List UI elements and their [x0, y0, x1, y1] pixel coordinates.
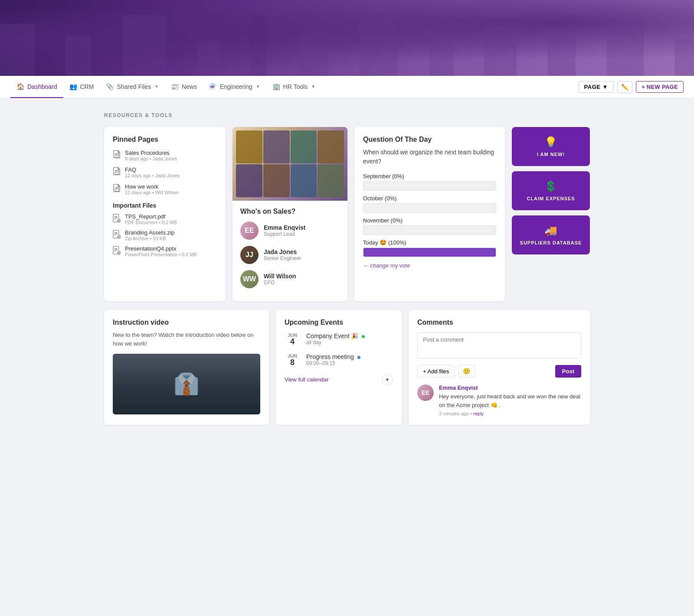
- poll-bar-bg-3: [363, 248, 496, 257]
- event-1-day: 8: [285, 359, 300, 367]
- file-item-1-name: Branding Assets.zip: [125, 229, 174, 236]
- nav-item-shared-files[interactable]: 📎 Shared Files ▼: [100, 76, 165, 98]
- file-item-1-info: Branding Assets.zip Zip Archive • 53 KB: [125, 229, 174, 241]
- poll-bar-bg-1: [363, 203, 496, 213]
- grid-row-1: Pinned Pages Sales Procedures 8 days ago…: [104, 127, 590, 301]
- person-will-role: CFO: [264, 280, 296, 286]
- pinned-item-1[interactable]: FAQ 12 days ago • Jada Jones: [113, 166, 217, 178]
- poll-label-0: September (0%): [363, 173, 496, 179]
- nav-label-shared-files: Shared Files: [117, 83, 151, 90]
- file-item-2[interactable]: PresentationQ4.pptx PowerPoint Presentat…: [113, 245, 217, 257]
- comment-0-author[interactable]: Emma Enqvist: [439, 385, 581, 391]
- pinned-item-2[interactable]: How we work 12 days ago • Will Wilson: [113, 183, 217, 195]
- shared-files-icon: 📎: [106, 83, 114, 91]
- comments-card: Comments + Add files 🙂 Post EE Emma Enqv…: [409, 310, 590, 425]
- video-overlay: [113, 354, 260, 414]
- person-emma-info: Emma Enqvist Support Lead: [264, 224, 305, 237]
- lightbulb-icon: 💡: [544, 136, 557, 148]
- whos-on-sales-card: Who's on Sales? EE Emma Enqvist Support …: [232, 127, 347, 301]
- person-jada[interactable]: JJ Jada Jones Senior Engineer: [240, 246, 340, 264]
- suppliers-database-card[interactable]: 🚚 SUPPLIERS DATABASE: [512, 215, 590, 254]
- poll-label-3: Today 🤩 (100%): [363, 239, 496, 246]
- event-1-month: JUN: [285, 353, 300, 359]
- poll-option-2[interactable]: November (0%): [363, 217, 496, 235]
- edit-button[interactable]: ✏️: [617, 81, 632, 93]
- pinned-item-2-meta: 12 days ago • Will Wilson: [125, 190, 179, 195]
- person-jada-name: Jada Jones: [264, 248, 301, 255]
- add-files-button[interactable]: + Add files: [417, 365, 455, 378]
- person-jada-info: Jada Jones Senior Engineer: [264, 248, 301, 261]
- pinned-pages-card: Pinned Pages Sales Procedures 8 days ago…: [104, 127, 226, 301]
- file-item-0[interactable]: TPS_Report.pdf PDF Document • 0.2 MB: [113, 213, 217, 225]
- page-button[interactable]: PAGE ▼: [579, 81, 614, 93]
- person-will-name: Will Wilson: [264, 273, 296, 280]
- file-icon: [113, 150, 121, 160]
- whos-on-sales-body: Who's on Sales? EE Emma Enqvist Support …: [232, 201, 347, 301]
- post-button[interactable]: Post: [555, 365, 581, 378]
- nav-item-engineering[interactable]: ⚗️ Engineering ▼: [203, 76, 266, 98]
- nav-item-dashboard[interactable]: 🏠 Dashboard: [10, 76, 63, 98]
- news-icon: 📰: [171, 83, 179, 91]
- zip-icon: [113, 230, 121, 239]
- comment-input[interactable]: [417, 332, 581, 359]
- poll-label-1: October (0%): [363, 195, 496, 202]
- person-will[interactable]: WW Will Wilson CFO: [240, 270, 340, 288]
- calendar-chevron-button[interactable]: ▼: [382, 374, 393, 385]
- change-vote-link[interactable]: ← change my vote: [363, 262, 496, 269]
- person-emma-role: Support Lead: [264, 231, 305, 237]
- view-calendar-row: View full calendar ▼: [285, 374, 393, 385]
- nav-item-news[interactable]: 📰 News: [165, 76, 203, 98]
- events-title: Upcoming Events: [285, 319, 393, 326]
- hero-decoration: [0, 0, 694, 76]
- poll-label-2: November (0%): [363, 217, 496, 224]
- poll-option-3[interactable]: Today 🤩 (100%): [363, 239, 496, 257]
- avatar-emma: EE: [240, 222, 259, 240]
- office-image-grid: [232, 127, 347, 201]
- nav-label-news: News: [182, 83, 197, 90]
- poll-option-1[interactable]: October (0%): [363, 195, 496, 213]
- event-0[interactable]: JUN 4 Company Event 🎉 all day: [285, 332, 393, 346]
- file-item-1-meta: Zip Archive • 53 KB: [125, 236, 174, 241]
- event-0-date: JUN 4: [285, 332, 300, 346]
- img-block-5: [236, 164, 262, 197]
- file-item-0-meta: PDF Document • 0.2 MB: [125, 220, 177, 225]
- comment-reply-link[interactable]: reply: [473, 411, 484, 416]
- main-content: RESOURCES & TOOLS Pinned Pages Sales Pro…: [87, 98, 607, 439]
- comment-avatar-0: EE: [417, 385, 434, 401]
- upcoming-events-card: Upcoming Events JUN 4 Company Event 🎉 al…: [276, 310, 402, 425]
- nav-left: 🏠 Dashboard 👥 CRM 📎 Shared Files ▼ 📰 New…: [10, 76, 321, 98]
- event-0-time: all day: [306, 339, 365, 345]
- event-1[interactable]: JUN 8 Progress meeting 09:00–09:15: [285, 353, 393, 367]
- nav-item-hr-tools[interactable]: 🏢 HR Tools ▼: [266, 76, 321, 98]
- nav-item-crm[interactable]: 👥 CRM: [63, 76, 100, 98]
- nav-label-engineering: Engineering: [220, 83, 252, 90]
- event-0-name: Company Event 🎉: [306, 332, 365, 339]
- poll-bar-bg-2: [363, 225, 496, 235]
- avatar-will: WW: [240, 270, 259, 288]
- file-item-1[interactable]: Branding Assets.zip Zip Archive • 53 KB: [113, 229, 217, 241]
- avatar-jada: JJ: [240, 246, 259, 264]
- hr-tools-icon: 🏢: [272, 83, 281, 91]
- whos-on-sales-image: [232, 127, 347, 201]
- video-desc: New to the team? Watch the introduction …: [113, 331, 260, 348]
- comment-0-body: Emma Enqvist Hey everyone, just heard ba…: [439, 385, 581, 416]
- img-block-6: [263, 164, 290, 197]
- purple-action-cards: 💡 I AM NEW! 💲 CLAIM EXPENSES 🚚 SUPPLIERS…: [512, 127, 590, 301]
- new-page-button[interactable]: + NEW PAGE: [636, 81, 684, 93]
- poll-option-0[interactable]: September (0%): [363, 173, 496, 191]
- person-emma[interactable]: EE Emma Enqvist Support Lead: [240, 222, 340, 240]
- pinned-item-2-info: How we work 12 days ago • Will Wilson: [125, 183, 179, 195]
- poll-bar-fill-3: [363, 248, 496, 257]
- video-thumbnail[interactable]: 👔: [113, 354, 260, 414]
- emoji-button[interactable]: 🙂: [458, 365, 475, 378]
- grid-row-2: Instruction video New to the team? Watch…: [104, 310, 590, 425]
- crm-icon: 👥: [69, 83, 78, 91]
- i-am-new-card[interactable]: 💡 I AM NEW!: [512, 127, 590, 166]
- event-1-date: JUN 8: [285, 353, 300, 367]
- i-am-new-label: I AM NEW!: [537, 152, 565, 157]
- view-calendar-link[interactable]: View full calendar: [285, 376, 329, 383]
- pinned-item-0[interactable]: Sales Procedures 8 days ago • Jada Jones: [113, 150, 217, 161]
- img-block-4: [318, 130, 344, 163]
- pinned-item-0-name: Sales Procedures: [125, 150, 177, 156]
- claim-expenses-card[interactable]: 💲 CLAIM EXPENSES: [512, 171, 590, 210]
